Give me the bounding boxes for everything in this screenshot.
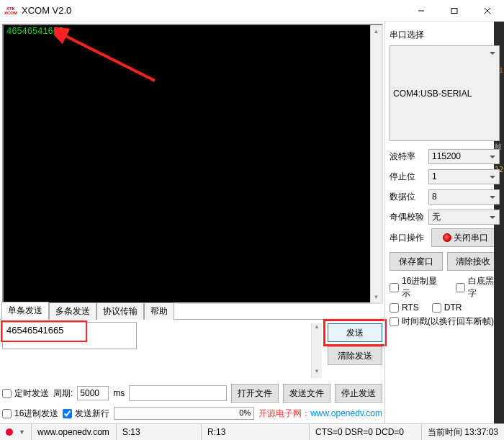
parity-select[interactable]: 无 xyxy=(428,210,500,225)
period-unit: ms xyxy=(113,388,125,398)
status-time: 当前时间 13:37:03 xyxy=(422,424,504,440)
tx-scrollbar[interactable]: ▲ ▼ xyxy=(311,323,322,378)
clear-rx-button[interactable]: 清除接收 xyxy=(447,252,500,271)
databit-label: 数据位 xyxy=(390,191,428,203)
status-sent: S:13 xyxy=(117,424,202,440)
serial-select-heading: 串口选择 xyxy=(390,29,500,41)
stopbit-select[interactable]: 1 xyxy=(428,169,500,184)
save-window-button[interactable]: 保存窗口 xyxy=(390,252,443,271)
rx-console: 46546541665 ▲ ▼ xyxy=(2,24,383,304)
tab-single-send[interactable]: 单条发送 xyxy=(1,302,49,320)
minimize-button[interactable] xyxy=(405,0,438,21)
status-recv: R:13 xyxy=(202,424,310,440)
console-scrollbar[interactable]: ▲ ▼ xyxy=(370,25,382,302)
databit-select[interactable]: 8 xyxy=(428,189,500,205)
period-input[interactable] xyxy=(77,386,109,400)
tab-help[interactable]: 帮助 xyxy=(144,302,174,320)
status-url[interactable]: www.openedv.com xyxy=(32,424,117,440)
tab-multi-send[interactable]: 多条发送 xyxy=(49,302,96,320)
svg-rect-1 xyxy=(451,8,457,13)
status-record-icon xyxy=(6,428,13,436)
scroll-down-icon[interactable]: ▼ xyxy=(371,291,382,302)
dtr-checkbox[interactable]: DTR xyxy=(432,302,462,313)
title-bar: ATKXCOM XCOM V2.0 xyxy=(0,0,504,22)
window-title: XCOM V2.0 xyxy=(22,5,71,16)
progress-bar: 0% xyxy=(114,407,254,420)
status-record-dropdown-icon[interactable]: ▼ xyxy=(19,428,25,436)
hex-send-checkbox[interactable]: 16进制发送 xyxy=(2,408,58,420)
watermark: 开源电子网：www.openedv.com xyxy=(258,408,382,420)
serial-settings-panel: 串口选择 COM4:USB-SERIAL 波特率115200 停止位1 数据位8… xyxy=(384,22,504,423)
hex-display-checkbox[interactable]: 16进制显示 xyxy=(390,275,443,300)
status-line-state: CTS=0 DSR=0 DCD=0 xyxy=(310,424,422,440)
scroll-up-icon[interactable]: ▲ xyxy=(371,25,382,37)
rts-checkbox[interactable]: RTS xyxy=(390,302,419,313)
close-port-button[interactable]: 关闭串口 xyxy=(431,228,500,247)
white-black-checkbox[interactable]: 白底黑字 xyxy=(456,275,500,300)
progress-value: 0% xyxy=(239,408,251,417)
app-icon: ATKXCOM xyxy=(4,4,17,17)
stopbit-label: 停止位 xyxy=(390,171,428,183)
send-file-button[interactable]: 发送文件 xyxy=(283,384,330,403)
stop-send-button[interactable]: 停止发送 xyxy=(335,384,382,403)
send-newline-checkbox[interactable]: 发送新行 xyxy=(63,408,109,420)
timed-send-label: 定时发送 xyxy=(14,387,49,400)
period-label: 周期: xyxy=(53,387,73,400)
file-path-input[interactable] xyxy=(129,385,227,401)
watermark-link[interactable]: www.openedv.com xyxy=(310,408,382,418)
open-file-button[interactable]: 打开文件 xyxy=(231,384,279,403)
maximize-button[interactable] xyxy=(438,0,471,21)
baud-label: 波特率 xyxy=(390,151,428,163)
send-panel: ▲ ▼ 发送 清除发送 定时发送 周期: ms 打开文件 发送文件 停止发送 xyxy=(0,320,384,423)
send-button[interactable]: 发送 xyxy=(328,323,382,342)
clear-send-button[interactable]: 清除发送 xyxy=(328,346,382,365)
serial-op-label: 串口操作 xyxy=(390,232,428,244)
rx-output: 46546541665 xyxy=(4,25,382,38)
svg-line-4 xyxy=(61,34,155,81)
close-button[interactable] xyxy=(471,0,504,21)
port-select[interactable]: COM4:USB-SERIAL xyxy=(390,45,500,141)
send-tabs: 单条发送 多条发送 协议传输 帮助 xyxy=(0,304,384,320)
record-icon xyxy=(443,233,451,242)
send-newline-label: 发送新行 xyxy=(75,408,109,420)
timestamp-checkbox[interactable]: 时间戳(以换行回车断帧) xyxy=(390,315,500,328)
parity-label: 奇偶校验 xyxy=(390,211,428,223)
status-bar: ▼ www.openedv.com S:13 R:13 CTS=0 DSR=0 … xyxy=(0,423,504,440)
tab-protocol[interactable]: 协议传输 xyxy=(96,302,144,320)
baud-select[interactable]: 115200 xyxy=(428,149,500,164)
hex-send-label: 16进制发送 xyxy=(14,408,58,420)
tx-input[interactable] xyxy=(2,322,137,349)
timed-send-checkbox[interactable]: 定时发送 xyxy=(2,387,49,400)
